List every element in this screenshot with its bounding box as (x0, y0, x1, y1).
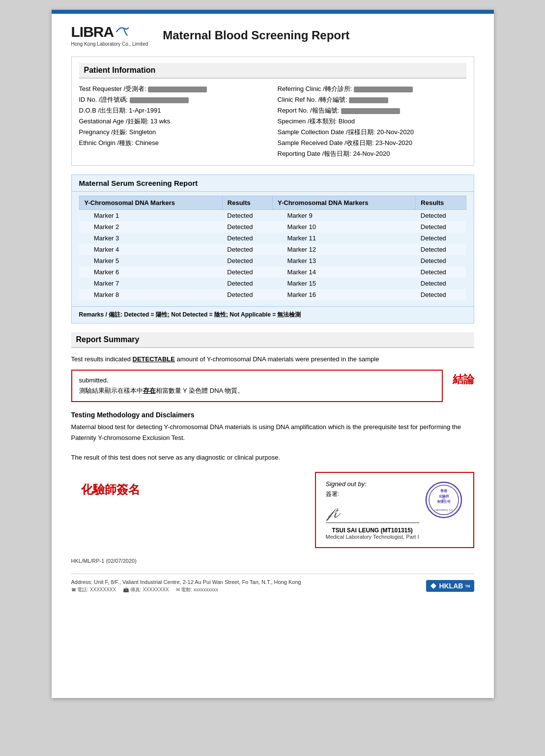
info-row-dob: D.O.B /出生日期: 1-Apr-1991 (79, 105, 268, 116)
table-row: Marker 4 Detected Marker 12 Detected (79, 244, 466, 255)
marker-result-left: Detected (222, 266, 272, 278)
address-line: Address: Unit F, 8/F., Valiant Industria… (71, 579, 427, 585)
marker-result-right: Detected (416, 210, 466, 222)
svg-text:Laboratory Co.: Laboratory Co. (434, 508, 454, 511)
patient-info-header: Patient Information (79, 63, 466, 79)
info-row-report-no: Report No. /報告編號: (278, 105, 466, 116)
info-row-pregnancy: Pregnancy /妊娠: Singleton (79, 127, 268, 138)
screening-section: Maternal Serum Screening Report Y-Chromo… (71, 174, 474, 323)
screening-table: Y-Chromosomal DNA Markers Results Y-Chro… (79, 196, 466, 300)
chinese-underline-text: 存在 (143, 387, 156, 394)
svg-text:化驗所: 化驗所 (438, 494, 449, 498)
marker-result-right: Detected (416, 266, 466, 278)
marker-name-left: Marker 6 (79, 266, 222, 278)
info-row-collection-date: Sample Collection Date /採樣日期: 20-Nov-202… (278, 127, 466, 138)
report-title: Maternal Blood Screening Report (163, 29, 349, 42)
methodology-text1: Maternal blood test for detecting Y-chro… (71, 422, 474, 443)
methodology-text2: The result of this test does not serve a… (71, 452, 474, 463)
marker-result-left: Detected (222, 210, 272, 222)
patient-info-section: Patient Information Test Requester /受測者:… (71, 57, 474, 166)
col2-header: Results (222, 196, 272, 210)
marker-result-left: Detected (222, 221, 272, 233)
table-row: Marker 3 Detected Marker 11 Detected (79, 233, 466, 244)
marker-name-right: Marker 15 (272, 278, 415, 289)
logo-subtitle: Hong Kong Laboratory Co., Limited (71, 41, 148, 47)
patient-info-grid: Test Requester /受測者: ID No. /證件號碼: D.O.B… (79, 84, 466, 159)
signature-line: 𝒻𝓲 (326, 503, 419, 523)
marker-name-right: Marker 11 (272, 233, 415, 244)
marker-result-left: Detected (222, 278, 272, 289)
chinese-summary: 測驗結果顯示在樣本中存在相當數量 Y 染色體 DNA 物質。 (79, 386, 435, 396)
info-row-clinic-ref: Clinic Ref No. /轉介編號: (278, 94, 466, 105)
info-row-reporting-date: Reporting Date /報告日期: 24-Nov-2020 (278, 148, 466, 159)
logo-wing-icon (115, 25, 129, 39)
stamp-icon: 香港 化驗所 有限公司 Laboratory Co. (424, 480, 463, 520)
screening-table-wrapper: Y-Chromosomal DNA Markers Results Y-Chro… (72, 196, 474, 306)
info-row-received-date: Sample Received Date /收樣日期: 23-Nov-2020 (278, 138, 466, 148)
marker-name-right: Marker 13 (272, 255, 415, 266)
methodology-title: Testing Methodology and Disclaimers (71, 411, 474, 419)
stamp: 香港 化驗所 有限公司 Laboratory Co. (424, 480, 463, 520)
signer-title: Medical Laboratory Technologist, Part I (326, 534, 419, 540)
marker-result-right: Detected (416, 289, 466, 300)
info-row-ethnic: Ethnic Origin /種族: Chinese (79, 138, 268, 148)
table-row: Marker 2 Detected Marker 10 Detected (79, 221, 466, 233)
table-row: Marker 6 Detected Marker 14 Detected (79, 266, 466, 278)
conclusion-label: 結論 (453, 370, 474, 387)
marker-name-left: Marker 2 (79, 221, 222, 233)
footer-logo: HKLAB TM (426, 580, 474, 592)
logo: LIBRA (71, 24, 130, 40)
marker-name-right: Marker 16 (272, 289, 415, 300)
signer-name: TSUI SAI LEUNG (MT101315) (326, 527, 419, 534)
summary-box: submitted. 測驗結果顯示在樣本中存在相當數量 Y 染色體 DNA 物質… (71, 370, 474, 402)
marker-name-left: Marker 8 (79, 289, 222, 300)
svg-marker-7 (430, 583, 436, 589)
summary-header: Report Summary (71, 332, 474, 348)
svg-text:香港: 香港 (440, 489, 448, 493)
marker-result-right: Detected (416, 244, 466, 255)
marker-result-left: Detected (222, 289, 272, 300)
hklab-logo: HKLAB TM (426, 580, 474, 592)
signature-graphic: 𝒻𝓲 (328, 505, 337, 522)
col1-header: Y-Chromosomal DNA Markers (79, 196, 222, 210)
marker-result-left: Detected (222, 233, 272, 244)
info-row-clinic: Referring Clinic /轉介診所: (278, 84, 466, 94)
document-page: LIBRA Hong Kong Laboratory Co., Limited … (52, 10, 494, 698)
submitted-box: submitted. 測驗結果顯示在樣本中存在相當數量 Y 染色體 DNA 物質… (71, 370, 443, 402)
marker-name-right: Marker 9 (272, 210, 415, 222)
marker-result-right: Detected (416, 278, 466, 289)
marker-result-right: Detected (416, 255, 466, 266)
footer-doc-number: HKL/ML/RP-1 (02/07/2020) (71, 558, 474, 564)
remarks: Remarks / 備註: Detected = 陽性; Not Detecte… (72, 306, 474, 323)
signature-chinese-label: 化驗師簽名 (71, 472, 140, 497)
diamond-logo-icon (430, 582, 437, 589)
marker-result-left: Detected (222, 244, 272, 255)
marker-name-left: Marker 1 (79, 210, 222, 222)
signed-out-chinese: 簽署: (326, 490, 419, 498)
info-row-specimen: Specimen /樣本類別: Blood (278, 116, 466, 127)
marker-name-right: Marker 10 (272, 221, 415, 233)
marker-name-left: Marker 4 (79, 244, 222, 255)
table-row: Marker 1 Detected Marker 9 Detected (79, 210, 466, 222)
col3-header: Y-Chromosomal DNA Markers (272, 196, 415, 210)
table-row: Marker 8 Detected Marker 16 Detected (79, 289, 466, 300)
marker-result-right: Detected (416, 233, 466, 244)
marker-result-left: Detected (222, 255, 272, 266)
marker-name-left: Marker 3 (79, 233, 222, 244)
header: LIBRA Hong Kong Laboratory Co., Limited … (71, 24, 474, 47)
signature-section: 化驗師簽名 Signed out by: 簽署: 𝒻𝓲 TSUI SAI LEU… (71, 472, 474, 548)
logo-area: LIBRA Hong Kong Laboratory Co., Limited (71, 24, 148, 47)
info-row-id: ID No. /證件號碼: (79, 94, 268, 105)
patient-info-right: Referring Clinic /轉介診所: Clinic Ref No. /… (278, 84, 466, 159)
marker-name-right: Marker 12 (272, 244, 415, 255)
detectable-word: DETECTABLE (133, 355, 175, 363)
top-bar (52, 10, 494, 14)
hklab-text: HKLAB (439, 582, 463, 590)
footer-address: Address: Unit F, 8/F., Valiant Industria… (71, 574, 474, 593)
table-row: Marker 7 Detected Marker 15 Detected (79, 278, 466, 289)
summary-text: Test results indicated DETECTABLE amount… (71, 354, 474, 365)
report-summary-section: Report Summary Test results indicated DE… (71, 332, 474, 402)
svg-point-6 (442, 498, 446, 502)
signature-box: Signed out by: 簽署: 𝒻𝓲 TSUI SAI LEUNG (MT… (315, 472, 474, 548)
marker-name-left: Marker 5 (79, 255, 222, 266)
